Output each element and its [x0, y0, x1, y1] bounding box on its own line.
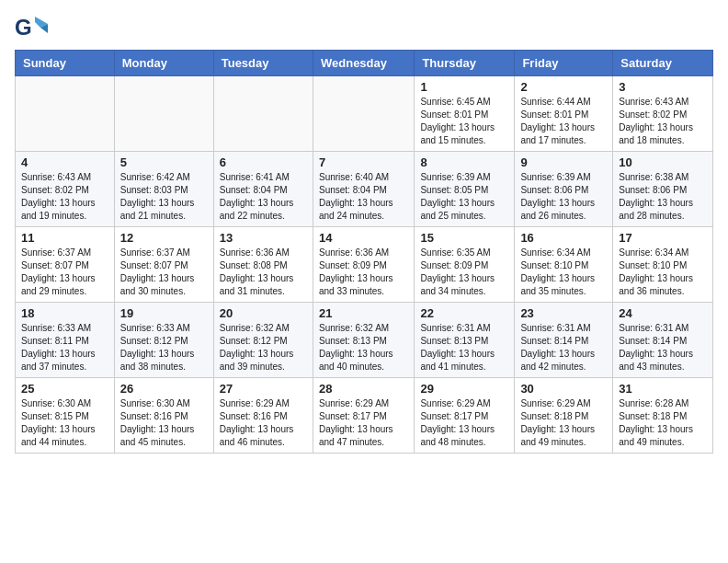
day-info: Sunrise: 6:32 AM Sunset: 8:13 PM Dayligh… [319, 322, 408, 373]
calendar-cell: 24Sunrise: 6:31 AM Sunset: 8:14 PM Dayli… [613, 303, 713, 378]
day-info: Sunrise: 6:31 AM Sunset: 8:13 PM Dayligh… [420, 322, 508, 373]
calendar-cell: 8Sunrise: 6:39 AM Sunset: 8:05 PM Daylig… [415, 152, 515, 227]
day-info: Sunrise: 6:31 AM Sunset: 8:14 PM Dayligh… [619, 322, 707, 373]
day-number: 22 [420, 306, 508, 320]
day-number: 9 [520, 155, 607, 169]
calendar-cell [313, 76, 414, 152]
weekday-header-wednesday: Wednesday [313, 51, 414, 76]
day-info: Sunrise: 6:32 AM Sunset: 8:12 PM Dayligh… [220, 322, 307, 373]
week-row-2: 11Sunrise: 6:37 AM Sunset: 8:07 PM Dayli… [16, 227, 713, 303]
logo: G [15, 15, 51, 42]
weekday-header-sunday: Sunday [16, 51, 115, 76]
calendar-cell: 23Sunrise: 6:31 AM Sunset: 8:14 PM Dayli… [515, 303, 613, 378]
calendar-cell: 10Sunrise: 6:38 AM Sunset: 8:06 PM Dayli… [613, 152, 713, 227]
day-number: 13 [220, 231, 307, 245]
day-info: Sunrise: 6:33 AM Sunset: 8:12 PM Dayligh… [120, 322, 208, 373]
day-info: Sunrise: 6:38 AM Sunset: 8:06 PM Dayligh… [619, 171, 707, 223]
calendar-cell [16, 76, 115, 152]
day-info: Sunrise: 6:44 AM Sunset: 8:01 PM Dayligh… [520, 96, 607, 147]
day-info: Sunrise: 6:39 AM Sunset: 8:06 PM Dayligh… [520, 171, 607, 223]
calendar-cell: 16Sunrise: 6:34 AM Sunset: 8:10 PM Dayli… [515, 227, 613, 303]
calendar-cell: 29Sunrise: 6:29 AM Sunset: 8:17 PM Dayli… [415, 378, 515, 454]
day-info: Sunrise: 6:41 AM Sunset: 8:04 PM Dayligh… [220, 171, 307, 223]
day-number: 27 [220, 382, 307, 396]
day-info: Sunrise: 6:36 AM Sunset: 8:09 PM Dayligh… [319, 247, 408, 298]
day-number: 8 [420, 155, 508, 169]
day-info: Sunrise: 6:37 AM Sunset: 8:07 PM Dayligh… [120, 247, 208, 298]
calendar-body: 1Sunrise: 6:45 AM Sunset: 8:01 PM Daylig… [16, 76, 713, 454]
day-number: 6 [220, 155, 307, 169]
calendar-cell: 22Sunrise: 6:31 AM Sunset: 8:13 PM Dayli… [415, 303, 515, 378]
week-row-4: 25Sunrise: 6:30 AM Sunset: 8:15 PM Dayli… [16, 378, 713, 454]
day-info: Sunrise: 6:35 AM Sunset: 8:09 PM Dayligh… [420, 247, 508, 298]
calendar-cell: 13Sunrise: 6:36 AM Sunset: 8:08 PM Dayli… [213, 227, 313, 303]
calendar-cell: 27Sunrise: 6:29 AM Sunset: 8:16 PM Dayli… [213, 378, 313, 454]
calendar-cell: 20Sunrise: 6:32 AM Sunset: 8:12 PM Dayli… [213, 303, 313, 378]
day-number: 7 [319, 155, 408, 169]
day-info: Sunrise: 6:29 AM Sunset: 8:18 PM Dayligh… [520, 397, 607, 449]
day-number: 29 [420, 382, 508, 396]
calendar-cell: 18Sunrise: 6:33 AM Sunset: 8:11 PM Dayli… [16, 303, 115, 378]
day-number: 1 [420, 80, 508, 94]
calendar-cell: 2Sunrise: 6:44 AM Sunset: 8:01 PM Daylig… [515, 76, 613, 152]
calendar-cell: 5Sunrise: 6:42 AM Sunset: 8:03 PM Daylig… [114, 152, 213, 227]
day-info: Sunrise: 6:33 AM Sunset: 8:11 PM Dayligh… [21, 322, 108, 373]
week-row-3: 18Sunrise: 6:33 AM Sunset: 8:11 PM Dayli… [16, 303, 713, 378]
calendar-cell: 1Sunrise: 6:45 AM Sunset: 8:01 PM Daylig… [415, 76, 515, 152]
day-number: 12 [120, 231, 208, 245]
calendar-cell: 28Sunrise: 6:29 AM Sunset: 8:17 PM Dayli… [313, 378, 414, 454]
day-number: 23 [520, 306, 607, 320]
day-info: Sunrise: 6:34 AM Sunset: 8:10 PM Dayligh… [619, 247, 707, 298]
weekday-header-monday: Monday [114, 51, 213, 76]
calendar-table: SundayMondayTuesdayWednesdayThursdayFrid… [15, 50, 713, 454]
day-number: 25 [21, 382, 108, 396]
day-number: 3 [619, 80, 707, 94]
calendar-cell: 31Sunrise: 6:28 AM Sunset: 8:18 PM Dayli… [613, 378, 713, 454]
day-number: 18 [21, 306, 108, 320]
day-number: 24 [619, 306, 707, 320]
calendar-cell [114, 76, 213, 152]
day-number: 31 [619, 382, 707, 396]
day-info: Sunrise: 6:36 AM Sunset: 8:08 PM Dayligh… [220, 247, 307, 298]
calendar-cell: 21Sunrise: 6:32 AM Sunset: 8:13 PM Dayli… [313, 303, 414, 378]
weekday-header-saturday: Saturday [613, 51, 713, 76]
weekday-row: SundayMondayTuesdayWednesdayThursdayFrid… [16, 51, 713, 76]
logo-bird-icon: G [15, 15, 48, 42]
calendar-cell [213, 76, 313, 152]
day-info: Sunrise: 6:43 AM Sunset: 8:02 PM Dayligh… [21, 171, 108, 223]
day-info: Sunrise: 6:39 AM Sunset: 8:05 PM Dayligh… [420, 171, 508, 223]
svg-text:G: G [15, 15, 32, 40]
calendar-cell: 25Sunrise: 6:30 AM Sunset: 8:15 PM Dayli… [16, 378, 115, 454]
calendar-cell: 17Sunrise: 6:34 AM Sunset: 8:10 PM Dayli… [613, 227, 713, 303]
calendar-cell: 19Sunrise: 6:33 AM Sunset: 8:12 PM Dayli… [114, 303, 213, 378]
day-info: Sunrise: 6:30 AM Sunset: 8:16 PM Dayligh… [120, 397, 208, 449]
day-number: 4 [21, 155, 108, 169]
calendar-cell: 9Sunrise: 6:39 AM Sunset: 8:06 PM Daylig… [515, 152, 613, 227]
day-number: 2 [520, 80, 607, 94]
day-info: Sunrise: 6:29 AM Sunset: 8:17 PM Dayligh… [319, 397, 408, 449]
day-number: 17 [619, 231, 707, 245]
day-number: 19 [120, 306, 208, 320]
calendar-header: SundayMondayTuesdayWednesdayThursdayFrid… [16, 51, 713, 76]
calendar-cell: 30Sunrise: 6:29 AM Sunset: 8:18 PM Dayli… [515, 378, 613, 454]
day-number: 16 [520, 231, 607, 245]
calendar-cell: 14Sunrise: 6:36 AM Sunset: 8:09 PM Dayli… [313, 227, 414, 303]
calendar-cell: 15Sunrise: 6:35 AM Sunset: 8:09 PM Dayli… [415, 227, 515, 303]
day-number: 28 [319, 382, 408, 396]
weekday-header-tuesday: Tuesday [213, 51, 313, 76]
day-info: Sunrise: 6:29 AM Sunset: 8:16 PM Dayligh… [220, 397, 307, 449]
calendar-cell: 7Sunrise: 6:40 AM Sunset: 8:04 PM Daylig… [313, 152, 414, 227]
calendar-cell: 12Sunrise: 6:37 AM Sunset: 8:07 PM Dayli… [114, 227, 213, 303]
day-number: 11 [21, 231, 108, 245]
day-info: Sunrise: 6:37 AM Sunset: 8:07 PM Dayligh… [21, 247, 108, 298]
day-number: 30 [520, 382, 607, 396]
day-info: Sunrise: 6:45 AM Sunset: 8:01 PM Dayligh… [420, 96, 508, 147]
day-info: Sunrise: 6:42 AM Sunset: 8:03 PM Dayligh… [120, 171, 208, 223]
calendar-cell: 6Sunrise: 6:41 AM Sunset: 8:04 PM Daylig… [213, 152, 313, 227]
day-number: 15 [420, 231, 508, 245]
day-number: 5 [120, 155, 208, 169]
week-row-0: 1Sunrise: 6:45 AM Sunset: 8:01 PM Daylig… [16, 76, 713, 152]
day-info: Sunrise: 6:31 AM Sunset: 8:14 PM Dayligh… [520, 322, 607, 373]
weekday-header-friday: Friday [515, 51, 613, 76]
day-info: Sunrise: 6:34 AM Sunset: 8:10 PM Dayligh… [520, 247, 607, 298]
